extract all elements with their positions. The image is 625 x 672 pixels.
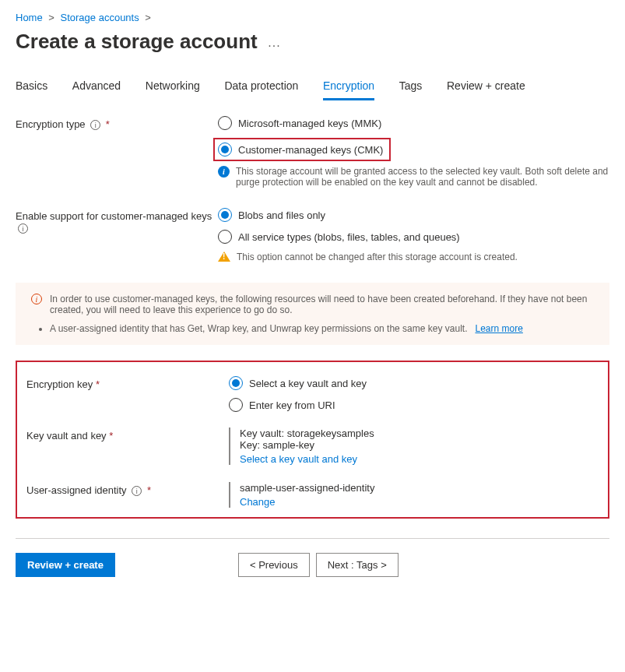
key-vault-name: Key vault: storagekeysamples	[240, 427, 599, 439]
chevron-right-icon: >	[48, 12, 54, 23]
prereq-banner: i In order to use customer-managed keys,…	[16, 283, 609, 345]
encryption-key-label: Encryption key *	[26, 376, 229, 390]
radio-mmk[interactable]: Microsoft-managed keys (MMK)	[218, 116, 609, 130]
warning-icon	[218, 252, 230, 262]
user-assigned-identity-label: User-assigned identity i *	[26, 482, 229, 496]
previous-button[interactable]: < Previous	[238, 553, 310, 577]
tab-advanced[interactable]: Advanced	[72, 73, 121, 98]
breadcrumb-home[interactable]: Home	[16, 12, 43, 23]
info-icon[interactable]: i	[90, 120, 100, 130]
enable-support-warning: This option cannot be changed after this…	[218, 252, 609, 262]
tab-tags[interactable]: Tags	[399, 73, 423, 98]
breadcrumb: Home > Storage accounts >	[16, 12, 609, 23]
tab-encryption[interactable]: Encryption	[323, 73, 374, 100]
breadcrumb-storage-accounts[interactable]: Storage accounts	[61, 12, 139, 23]
select-key-vault-link[interactable]: Select a key vault and key	[240, 453, 357, 465]
highlight-encryption-key-section: Encryption key * Select a key vault and …	[16, 361, 609, 519]
user-assigned-identity-value: sample-user-assigned-identity	[240, 482, 599, 494]
highlight-cmk: Customer-managed keys (CMK)	[213, 138, 391, 161]
tab-review[interactable]: Review + create	[447, 73, 525, 98]
key-vault-key-label: Key vault and key *	[26, 427, 229, 442]
tab-networking[interactable]: Networking	[146, 73, 200, 98]
tabs: Basics Advanced Networking Data protecti…	[16, 73, 609, 100]
chevron-right-icon: >	[145, 12, 151, 23]
info-icon: i	[31, 294, 42, 304]
cmk-info-text: i This storage account will be granted a…	[218, 166, 609, 188]
footer-buttons: Review + create < Previous Next : Tags >	[16, 553, 609, 577]
info-icon: i	[218, 166, 230, 178]
next-button[interactable]: Next : Tags >	[316, 553, 399, 577]
radio-select-kv[interactable]: Select a key vault and key	[229, 376, 599, 390]
more-icon[interactable]: ···	[268, 39, 280, 52]
learn-more-link[interactable]: Learn more	[476, 323, 523, 334]
info-icon[interactable]: i	[132, 486, 142, 496]
radio-all-services[interactable]: All service types (blobs, files, tables,…	[218, 230, 609, 244]
encryption-type-label: Encryption type i *	[16, 116, 218, 130]
radio-cmk[interactable]: Customer-managed keys (CMK)	[218, 142, 383, 157]
tab-basics[interactable]: Basics	[16, 73, 47, 98]
enable-support-label: Enable support for customer-managed keys…	[16, 208, 218, 234]
tab-data-protection[interactable]: Data protection	[224, 73, 298, 98]
key-name: Key: sample-key	[240, 439, 599, 451]
divider	[16, 538, 609, 539]
page-title: Create a storage account	[16, 30, 258, 54]
change-identity-link[interactable]: Change	[240, 496, 276, 508]
radio-enter-uri[interactable]: Enter key from URI	[229, 398, 599, 412]
radio-blobs-files[interactable]: Blobs and files only	[218, 208, 609, 222]
info-icon[interactable]: i	[18, 223, 28, 234]
review-create-button[interactable]: Review + create	[16, 553, 115, 577]
